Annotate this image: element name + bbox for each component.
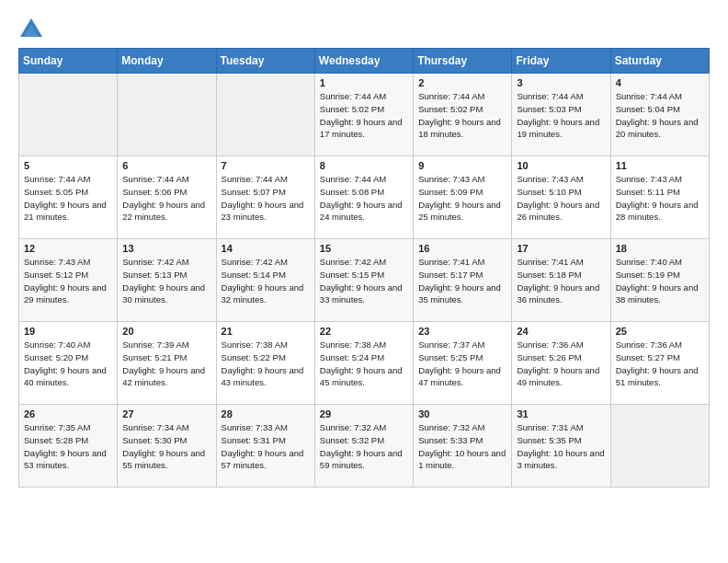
calendar-week-row: 26Sunrise: 7:35 AM Sunset: 5:28 PM Dayli… [19, 405, 710, 488]
day-info: Sunrise: 7:44 AM Sunset: 5:02 PM Dayligh… [320, 90, 408, 141]
day-number: 17 [517, 243, 605, 254]
day-info: Sunrise: 7:44 AM Sunset: 5:05 PM Dayligh… [24, 173, 112, 224]
weekday-header-row: SundayMondayTuesdayWednesdayThursdayFrid… [19, 49, 710, 74]
day-info: Sunrise: 7:33 AM Sunset: 5:31 PM Dayligh… [222, 421, 310, 472]
calendar-week-row: 5Sunrise: 7:44 AM Sunset: 5:05 PM Daylig… [19, 156, 710, 239]
day-number: 10 [517, 160, 605, 171]
day-info: Sunrise: 7:42 AM Sunset: 5:15 PM Dayligh… [320, 256, 408, 306]
day-number: 3 [517, 77, 605, 88]
calendar-cell: 23Sunrise: 7:37 AM Sunset: 5:25 PM Dayli… [414, 322, 512, 405]
calendar-cell: 2Sunrise: 7:44 AM Sunset: 5:02 PM Daylig… [414, 74, 512, 156]
calendar-cell: 15Sunrise: 7:42 AM Sunset: 5:15 PM Dayli… [314, 239, 413, 322]
calendar-cell: 26Sunrise: 7:35 AM Sunset: 5:28 PM Dayli… [19, 405, 118, 488]
day-info: Sunrise: 7:43 AM Sunset: 5:09 PM Dayligh… [418, 173, 506, 224]
day-number: 14 [222, 243, 310, 254]
day-info: Sunrise: 7:42 AM Sunset: 5:13 PM Dayligh… [122, 256, 210, 306]
calendar-week-row: 19Sunrise: 7:40 AM Sunset: 5:20 PM Dayli… [19, 322, 710, 405]
calendar-cell: 5Sunrise: 7:44 AM Sunset: 5:05 PM Daylig… [19, 156, 118, 239]
day-info: Sunrise: 7:44 AM Sunset: 5:06 PM Dayligh… [122, 173, 210, 224]
weekday-header-friday: Friday [512, 49, 610, 74]
day-info: Sunrise: 7:31 AM Sunset: 5:35 PM Dayligh… [517, 421, 605, 472]
calendar-cell: 17Sunrise: 7:41 AM Sunset: 5:18 PM Dayli… [512, 239, 610, 322]
day-number: 18 [616, 243, 704, 254]
logo [18, 17, 48, 42]
calendar-cell: 3Sunrise: 7:44 AM Sunset: 5:03 PM Daylig… [512, 74, 610, 156]
day-info: Sunrise: 7:44 AM Sunset: 5:04 PM Dayligh… [616, 90, 704, 141]
logo-icon [18, 17, 44, 42]
day-number: 16 [418, 243, 506, 254]
day-info: Sunrise: 7:36 AM Sunset: 5:27 PM Dayligh… [616, 339, 704, 389]
weekday-header-tuesday: Tuesday [216, 49, 314, 74]
weekday-header-monday: Monday [118, 49, 216, 74]
day-number: 1 [320, 77, 408, 88]
day-info: Sunrise: 7:44 AM Sunset: 5:02 PM Dayligh… [418, 90, 506, 141]
day-info: Sunrise: 7:39 AM Sunset: 5:21 PM Dayligh… [122, 339, 210, 389]
calendar-cell: 19Sunrise: 7:40 AM Sunset: 5:20 PM Dayli… [19, 322, 118, 405]
day-info: Sunrise: 7:43 AM Sunset: 5:11 PM Dayligh… [616, 173, 704, 224]
calendar-cell: 1Sunrise: 7:44 AM Sunset: 5:02 PM Daylig… [314, 74, 413, 156]
page: SundayMondayTuesdayWednesdayThursdayFrid… [0, 0, 728, 506]
calendar-cell: 18Sunrise: 7:40 AM Sunset: 5:19 PM Dayli… [610, 239, 709, 322]
day-number: 2 [418, 77, 506, 88]
day-number: 24 [517, 326, 605, 337]
weekday-header-saturday: Saturday [610, 49, 709, 74]
day-number: 15 [320, 243, 408, 254]
day-info: Sunrise: 7:32 AM Sunset: 5:33 PM Dayligh… [418, 421, 506, 472]
day-number: 21 [222, 326, 310, 337]
calendar-cell: 24Sunrise: 7:36 AM Sunset: 5:26 PM Dayli… [512, 322, 610, 405]
day-info: Sunrise: 7:38 AM Sunset: 5:24 PM Dayligh… [320, 339, 408, 389]
calendar-cell: 4Sunrise: 7:44 AM Sunset: 5:04 PM Daylig… [610, 74, 709, 156]
day-number: 26 [24, 408, 112, 419]
calendar-cell: 12Sunrise: 7:43 AM Sunset: 5:12 PM Dayli… [19, 239, 118, 322]
calendar-cell: 9Sunrise: 7:43 AM Sunset: 5:09 PM Daylig… [414, 156, 512, 239]
day-number: 23 [418, 326, 506, 337]
calendar-cell [610, 405, 709, 488]
day-info: Sunrise: 7:44 AM Sunset: 5:03 PM Dayligh… [517, 90, 605, 141]
day-info: Sunrise: 7:38 AM Sunset: 5:22 PM Dayligh… [222, 339, 310, 389]
calendar-week-row: 12Sunrise: 7:43 AM Sunset: 5:12 PM Dayli… [19, 239, 710, 322]
calendar-cell: 10Sunrise: 7:43 AM Sunset: 5:10 PM Dayli… [512, 156, 610, 239]
calendar-cell: 29Sunrise: 7:32 AM Sunset: 5:32 PM Dayli… [314, 405, 413, 488]
day-info: Sunrise: 7:40 AM Sunset: 5:19 PM Dayligh… [616, 256, 704, 306]
calendar-cell: 22Sunrise: 7:38 AM Sunset: 5:24 PM Dayli… [314, 322, 413, 405]
day-info: Sunrise: 7:43 AM Sunset: 5:12 PM Dayligh… [24, 256, 112, 306]
day-number: 27 [122, 408, 210, 419]
header [18, 17, 710, 42]
day-info: Sunrise: 7:43 AM Sunset: 5:10 PM Dayligh… [517, 173, 605, 224]
day-number: 11 [616, 160, 704, 171]
calendar-cell [19, 74, 118, 156]
day-number: 13 [122, 243, 210, 254]
day-number: 7 [222, 160, 310, 171]
day-number: 19 [24, 326, 112, 337]
day-info: Sunrise: 7:41 AM Sunset: 5:18 PM Dayligh… [517, 256, 605, 306]
day-info: Sunrise: 7:42 AM Sunset: 5:14 PM Dayligh… [222, 256, 310, 306]
day-info: Sunrise: 7:34 AM Sunset: 5:30 PM Dayligh… [122, 421, 210, 472]
calendar-cell: 21Sunrise: 7:38 AM Sunset: 5:22 PM Dayli… [216, 322, 314, 405]
day-info: Sunrise: 7:40 AM Sunset: 5:20 PM Dayligh… [24, 339, 112, 389]
day-number: 9 [418, 160, 506, 171]
calendar-cell: 7Sunrise: 7:44 AM Sunset: 5:07 PM Daylig… [216, 156, 314, 239]
day-info: Sunrise: 7:37 AM Sunset: 5:25 PM Dayligh… [418, 339, 506, 389]
day-number: 31 [517, 408, 605, 419]
calendar-week-row: 1Sunrise: 7:44 AM Sunset: 5:02 PM Daylig… [19, 74, 710, 156]
day-number: 28 [222, 408, 310, 419]
calendar-cell: 20Sunrise: 7:39 AM Sunset: 5:21 PM Dayli… [118, 322, 216, 405]
day-number: 25 [616, 326, 704, 337]
day-info: Sunrise: 7:36 AM Sunset: 5:26 PM Dayligh… [517, 339, 605, 389]
day-info: Sunrise: 7:41 AM Sunset: 5:17 PM Dayligh… [418, 256, 506, 306]
day-number: 20 [122, 326, 210, 337]
day-info: Sunrise: 7:44 AM Sunset: 5:07 PM Dayligh… [222, 173, 310, 224]
day-number: 22 [320, 326, 408, 337]
calendar-cell: 30Sunrise: 7:32 AM Sunset: 5:33 PM Dayli… [414, 405, 512, 488]
calendar-cell: 31Sunrise: 7:31 AM Sunset: 5:35 PM Dayli… [512, 405, 610, 488]
weekday-header-wednesday: Wednesday [314, 49, 413, 74]
weekday-header-thursday: Thursday [414, 49, 512, 74]
day-number: 6 [122, 160, 210, 171]
day-number: 8 [320, 160, 408, 171]
day-number: 12 [24, 243, 112, 254]
calendar-cell: 28Sunrise: 7:33 AM Sunset: 5:31 PM Dayli… [216, 405, 314, 488]
calendar-cell: 13Sunrise: 7:42 AM Sunset: 5:13 PM Dayli… [118, 239, 216, 322]
calendar-cell: 11Sunrise: 7:43 AM Sunset: 5:11 PM Dayli… [610, 156, 709, 239]
calendar-cell: 16Sunrise: 7:41 AM Sunset: 5:17 PM Dayli… [414, 239, 512, 322]
day-number: 4 [616, 77, 704, 88]
